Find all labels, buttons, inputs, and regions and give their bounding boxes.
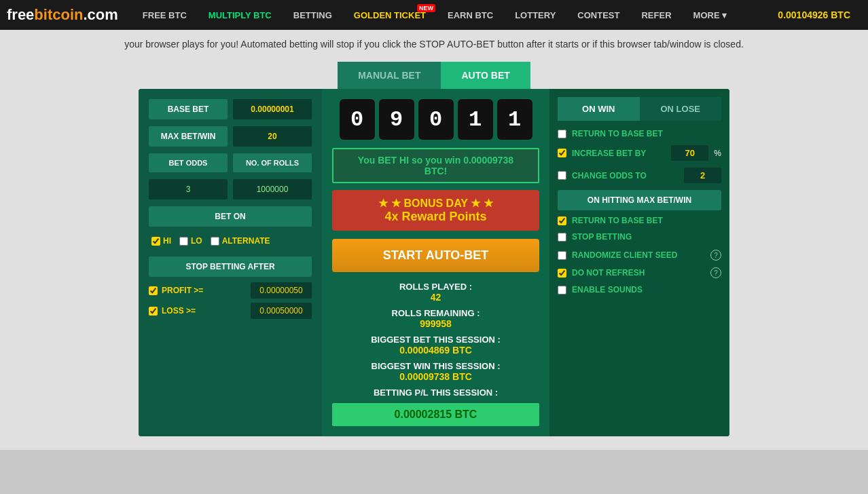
loss-value[interactable]: 0.00050000 (251, 303, 312, 319)
randomize-seed-checkbox[interactable] (558, 251, 566, 260)
profit-row: PROFIT >= 0.00000050 (149, 282, 312, 299)
win-lose-tabs: ON WIN ON LOSE (558, 97, 721, 121)
biggest-bet-value: 0.00004869 BTC (332, 345, 539, 356)
bet-odds-value[interactable]: 3 (149, 179, 228, 200)
extras-section: RANDOMIZE CLIENT SEED ? DO NOT REFRESH ?… (558, 250, 721, 294)
navbar: freebitcoin.com FREE BTC MULTIPLY BTC BE… (0, 0, 868, 30)
return-base-bet2-checkbox[interactable] (558, 216, 566, 225)
nav-items: FREE BTC MULTIPLY BTC BETTING GOLDEN TIC… (132, 0, 767, 30)
rolls-remaining-value: 999958 (332, 318, 539, 329)
rolls-played-label: ROLLS PLAYED : (332, 282, 539, 292)
bet-on-label: BET ON (149, 206, 312, 227)
do-not-refresh-row: DO NOT REFRESH ? (558, 267, 721, 278)
profit-value[interactable]: 0.00000050 (251, 282, 312, 299)
nav-lottery[interactable]: LOTTERY (504, 0, 566, 30)
on-hitting-max-label: ON HITTING MAX BET/WIN (558, 190, 721, 210)
base-bet-row: BASE BET 0.00000001 (149, 99, 312, 119)
on-lose-tab[interactable]: ON LOSE (640, 97, 722, 121)
nav-contest[interactable]: CONTEST (566, 0, 630, 30)
do-not-refresh-checkbox[interactable] (558, 269, 566, 278)
stop-betting-checkbox[interactable] (558, 233, 566, 242)
nav-multiply-btc[interactable]: MULTIPLY BTC (198, 0, 283, 30)
rolls-remaining-label: ROLLS REMAINING : (332, 308, 539, 318)
hi-checkbox[interactable] (151, 237, 160, 246)
nav-more[interactable]: MORE ▾ (683, 0, 738, 30)
logo-coin: .com (83, 6, 117, 23)
nav-golden-ticket[interactable]: GOLDEN TICKET NEW (343, 0, 437, 30)
nav-earn-btc[interactable]: EARN BTC (437, 0, 504, 30)
increase-bet-checkbox[interactable] (558, 149, 566, 157)
logo[interactable]: freebitcoin.com (7, 6, 118, 24)
increase-bet-input[interactable] (671, 145, 708, 161)
dice-digit-3: 1 (458, 99, 493, 140)
nav-free-btc[interactable]: FREE BTC (132, 0, 198, 30)
randomize-seed-help-icon[interactable]: ? (710, 250, 721, 261)
nav-refer[interactable]: REFER (630, 0, 682, 30)
change-odds-checkbox[interactable] (558, 171, 566, 180)
bet-on-section: BET ON HI LO ALTERNATE (149, 206, 312, 250)
betting-pl-value: 0.00002815 BTC (332, 403, 539, 426)
loss-row: LOSS >= 0.00050000 (149, 303, 312, 319)
left-panel: BASE BET 0.00000001 MAX BET/WIN 20 BET O… (139, 89, 322, 436)
base-bet-value[interactable]: 0.00000001 (233, 99, 312, 119)
do-not-refresh-help-icon[interactable]: ? (710, 267, 721, 278)
randomize-seed-label: RANDOMIZE CLIENT SEED (572, 250, 705, 260)
randomize-seed-row: RANDOMIZE CLIENT SEED ? (558, 250, 721, 261)
logo-free: free (7, 6, 34, 23)
no-of-rolls-label: NO. OF ROLLS (233, 153, 312, 172)
loss-label: LOSS >= (162, 306, 247, 316)
hi-checkbox-label[interactable]: HI (151, 236, 171, 246)
bet-tabs: MANUAL BET AUTO BET (14, 62, 854, 89)
alternate-checkbox-label[interactable]: ALTERNATE (211, 236, 270, 246)
max-bet-row: MAX BET/WIN 20 (149, 126, 312, 147)
dice-digit-1: 9 (379, 99, 414, 140)
return-base-bet-row: RETURN TO BASE BET (558, 129, 721, 138)
return-base-bet-checkbox[interactable] (558, 130, 566, 138)
betting-pl-label: BETTING P/L THIS SESSION : (332, 387, 539, 398)
bet-on-checkboxes: HI LO ALTERNATE (149, 232, 312, 250)
nav-balance: 0.00104926 BTC (767, 10, 861, 20)
increase-bet-row: INCREASE BET BY % (558, 145, 721, 161)
enable-sounds-row: ENABLE SOUNDS (558, 285, 721, 294)
no-of-rolls-value[interactable]: 1000000 (233, 179, 312, 200)
biggest-bet-row: BIGGEST BET THIS SESSION : 0.00004869 BT… (332, 335, 539, 356)
biggest-bet-label: BIGGEST BET THIS SESSION : (332, 335, 539, 345)
odds-rolls-row: BET ODDS NO. OF ROLLS (149, 153, 312, 172)
profit-label: PROFIT >= (162, 286, 247, 295)
stop-betting-section: STOP BETTING AFTER PROFIT >= 0.00000050 … (149, 256, 312, 319)
on-win-tab[interactable]: ON WIN (558, 97, 640, 121)
rolls-played-value: 42 (332, 292, 539, 303)
tab-auto-bet[interactable]: AUTO BET (441, 62, 530, 89)
return-base-bet2-label: RETURN TO BASE BET (572, 216, 721, 225)
betting-pl-row: BETTING P/L THIS SESSION : (332, 387, 539, 398)
bet-odds-label: BET ODDS (149, 153, 228, 172)
stats-section: ROLLS PLAYED : 42 ROLLS REMAINING : 9999… (332, 282, 539, 426)
new-badge: NEW (417, 4, 435, 12)
dice-digit-0: 0 (340, 99, 375, 140)
loss-checkbox[interactable] (149, 307, 158, 316)
start-auto-bet-button[interactable]: START AUTO-BET (332, 239, 539, 272)
lo-checkbox-label[interactable]: LO (179, 236, 202, 246)
info-text: your browser plays for you! Automated be… (14, 37, 854, 52)
max-bet-value[interactable]: 20 (233, 126, 312, 147)
bonus-sub: 4x Reward Points (346, 210, 526, 224)
nav-betting[interactable]: BETTING (283, 0, 343, 30)
enable-sounds-label: ENABLE SOUNDS (572, 285, 721, 294)
change-odds-input[interactable] (684, 168, 721, 183)
lo-checkbox[interactable] (179, 237, 188, 246)
tab-manual-bet[interactable]: MANUAL BET (338, 62, 441, 89)
return-base-bet2-row: RETURN TO BASE BET (558, 216, 721, 225)
biggest-win-row: BIGGEST WIN THIS SESSION : 0.00009738 BT… (332, 361, 539, 382)
dice-digit-4: 1 (497, 99, 532, 140)
return-base-bet-label: RETURN TO BASE BET (572, 129, 721, 138)
bonus-banner: ★ ★ BONUS DAY ★ ★ 4x Reward Points (332, 190, 539, 231)
stop-betting-label: STOP BETTING AFTER (149, 256, 312, 277)
increase-bet-unit: % (714, 149, 721, 158)
alternate-checkbox[interactable] (211, 237, 219, 246)
profit-checkbox[interactable] (149, 286, 158, 295)
dice-digit-2: 0 (418, 99, 454, 140)
odds-rolls-values: 3 1000000 (149, 179, 312, 200)
main-content: your browser plays for you! Automated be… (0, 30, 868, 450)
win-message: You BET HI so you win 0.00009738 BTC! (332, 148, 539, 183)
enable-sounds-checkbox[interactable] (558, 286, 566, 294)
